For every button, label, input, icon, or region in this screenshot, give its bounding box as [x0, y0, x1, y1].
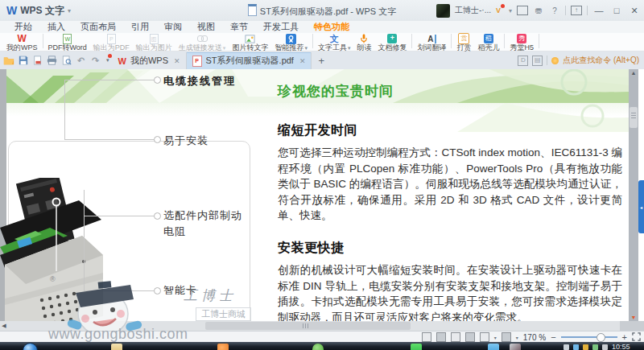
windows-taskbar[interactable]: 10:55	[0, 342, 644, 350]
print-preview-icon[interactable]	[60, 55, 72, 67]
view-mode-outline-icon[interactable]	[436, 332, 446, 342]
menu-item-references[interactable]: 引用	[131, 21, 149, 33]
layout-mode-icon[interactable]: ▤	[532, 56, 543, 66]
callout-line	[84, 216, 155, 216]
menu-item-dev-tools[interactable]: 开发工具	[263, 21, 299, 33]
undo-icon[interactable]: ↶	[75, 55, 87, 67]
tray-icon[interactable]	[592, 344, 598, 350]
open-file-icon[interactable]	[2, 55, 14, 67]
tab-st-servo-pdf[interactable]: P ST系列伺服驱动器.pdf ✕	[187, 52, 312, 69]
eye-protect-icon[interactable]	[502, 332, 511, 342]
menu-item-view[interactable]: 视图	[197, 21, 215, 33]
caret-down-icon[interactable]: ▾	[516, 335, 518, 340]
export-pdf-quick-icon[interactable]	[31, 55, 43, 67]
page-fit-icon[interactable]	[480, 332, 489, 342]
callout-line	[84, 190, 85, 290]
share-link-button[interactable]: 生成链接发送▾	[175, 33, 229, 51]
ocr-button[interactable]: 图片转文字	[229, 33, 271, 51]
tray-icon[interactable]	[564, 344, 569, 350]
read-aloud-button[interactable]: 朗读	[353, 33, 374, 51]
taskbar-app-orange[interactable]	[217, 344, 229, 350]
wps-tab-icon: W	[118, 56, 126, 66]
maximize-button[interactable]: □	[610, 6, 623, 15]
vertical-scroll-thumb[interactable]	[630, 107, 638, 128]
redo-icon[interactable]: ↷	[89, 55, 101, 67]
doc-repair-button[interactable]: + 文档修复	[374, 33, 410, 51]
zoom-in-button[interactable]: +	[622, 332, 627, 342]
reward-button[interactable]: 赏 打赏	[453, 33, 474, 51]
divider	[504, 34, 505, 48]
save-icon[interactable]	[17, 55, 29, 67]
help-icon[interactable]: ?	[549, 6, 560, 15]
vip-badge: V	[496, 6, 501, 14]
export-image-button[interactable]: 图 输出为图片	[133, 33, 175, 51]
new-tab-button[interactable]: +	[318, 55, 324, 67]
view-mode-normal-icon[interactable]	[422, 332, 431, 342]
scroll-up-icon[interactable]: ▲	[629, 70, 638, 76]
callout-line	[64, 80, 155, 80]
menu-item-insert[interactable]: 插入	[47, 21, 65, 33]
start-button[interactable]	[23, 343, 38, 350]
minimize-button[interactable]: —	[592, 6, 605, 15]
docer-button[interactable]: 稻 稻壳儿	[474, 33, 502, 51]
zoom-level[interactable]: 170 %	[523, 333, 546, 342]
taskbar-app-folder[interactable]	[111, 344, 122, 350]
microphone-icon	[359, 34, 369, 43]
caret-down-icon[interactable]: ▾	[494, 335, 497, 340]
tray-icon[interactable]	[602, 344, 608, 350]
scroll-left-icon[interactable]: ◀	[0, 321, 8, 331]
close-button[interactable]: ✕	[628, 6, 641, 16]
smart-recommend-button[interactable]: 智能推荐▾	[271, 33, 311, 51]
tray-icon[interactable]	[573, 344, 579, 350]
member-shop-icon[interactable]: ⛃	[533, 6, 544, 15]
skin-icon[interactable]	[517, 6, 528, 15]
wps-logo-icon[interactable]: W	[6, 4, 17, 17]
text-tools-button[interactable]: 文 文字工具▾	[315, 33, 354, 51]
section-body-install: 创新的机械设计可大幅缩短安装时间。在安装设计上驱动器可快速卡在标准 DIN 导轨…	[278, 262, 622, 325]
find-command-hint[interactable]: 点此查找命令 (Alt+Q)	[563, 55, 639, 66]
menu-item-special-features[interactable]: 特色功能	[314, 21, 349, 33]
divider	[565, 6, 566, 15]
view-mode-web-icon[interactable]	[451, 332, 460, 342]
taskbar-app-photo[interactable]	[510, 344, 521, 350]
menu-item-review[interactable]: 审阅	[164, 21, 182, 33]
scroll-down-icon[interactable]: ▼	[629, 315, 638, 320]
app-name[interactable]: WPS 文字	[20, 4, 64, 18]
close-tab-icon[interactable]: ✕	[174, 57, 180, 65]
collapse-ribbon-icon[interactable]: ↑	[571, 6, 582, 15]
zoom-slider-knob[interactable]	[597, 333, 605, 342]
tray-icon[interactable]	[583, 344, 588, 350]
menu-item-home[interactable]: 开始	[14, 21, 32, 33]
menu-item-section[interactable]: 章节	[230, 21, 248, 33]
close-tab-icon[interactable]: ✕	[299, 57, 306, 65]
document-canvas[interactable]: 电缆接线管理 珍视您的宝贵时间	[0, 69, 644, 331]
print-icon[interactable]	[46, 55, 58, 67]
export-pdf-button[interactable]: P 输出为PDF	[90, 33, 133, 51]
user-name[interactable]: 工博士-·...	[455, 5, 491, 16]
collapsed-task-pane-tab[interactable]: ◂	[638, 180, 644, 233]
customize-toolbar-caret-icon[interactable]: ▾	[106, 57, 109, 64]
pdf-to-word-button[interactable]: W PDF转Word	[45, 33, 90, 51]
xiutang-h5-button[interactable]: 秀 秀堂H5	[506, 33, 537, 51]
pdf-to-word-icon: W	[63, 34, 72, 44]
taskbar-app-blue-square[interactable]	[488, 344, 499, 350]
vertical-scrollbar[interactable]: ▲ ▼	[629, 69, 638, 321]
view-mode-read-icon[interactable]	[465, 332, 475, 342]
ribbon-tabs: 开始 插入 页面布局 引用 审阅 视图 章节 开发工具 特色功能	[0, 21, 644, 33]
horizontal-scroll-thumb[interactable]	[205, 322, 411, 330]
tab-my-wps[interactable]: W 我的WPS ✕	[113, 52, 187, 69]
section-heading-dev-time: 缩短开发时间	[278, 122, 357, 139]
user-avatar[interactable]	[436, 4, 450, 18]
app-menu-caret-icon[interactable]: ▾	[68, 7, 71, 14]
menu-item-page-layout[interactable]: 页面布局	[80, 21, 116, 33]
taskbar-clock[interactable]: 10:55	[612, 343, 630, 350]
my-wps-button[interactable]: W 我的WPS	[3, 33, 41, 51]
zoom-slider[interactable]	[561, 336, 617, 338]
doc-mode-icon[interactable]: D	[518, 56, 528, 66]
taskbar-app-green-square[interactable]	[411, 344, 422, 350]
divider	[587, 6, 588, 15]
account-caret-icon[interactable]: ▾	[509, 7, 512, 14]
taskbar-app-green-circle[interactable]	[312, 344, 324, 350]
translate-button[interactable]: A 划词翻译	[414, 33, 449, 51]
zoom-out-button[interactable]: −	[551, 332, 555, 342]
